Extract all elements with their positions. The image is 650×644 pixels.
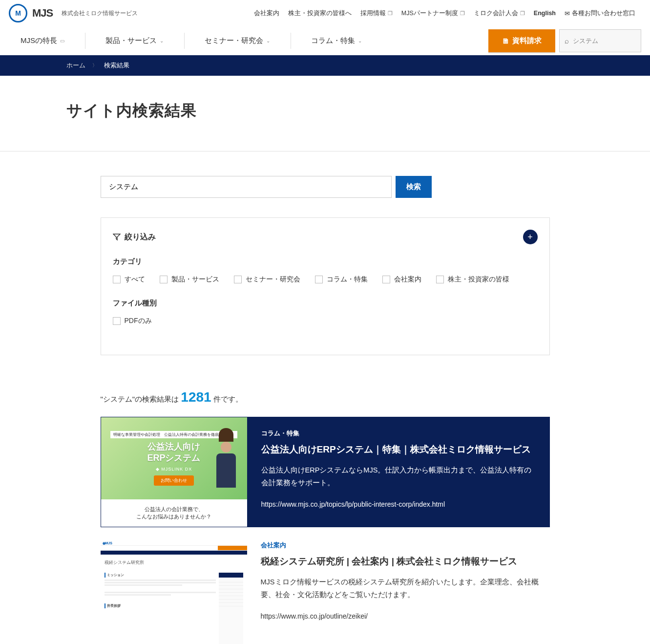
- nav-seminars[interactable]: セミナー・研究会⌄: [184, 26, 291, 55]
- external-icon: ❐: [460, 10, 465, 17]
- check-all[interactable]: すべて: [113, 275, 145, 284]
- result-body: 会社案内 税経システム研究所 | 会社案内 | 株式会社ミロク情報サービス MJ…: [247, 541, 550, 644]
- breadcrumb-home[interactable]: ホーム: [66, 61, 85, 70]
- checkbox-icon: [160, 276, 168, 283]
- chevron-right-icon: 〉: [92, 62, 97, 69]
- external-icon: ❐: [388, 10, 393, 17]
- result-title: 公益法人向けERPシステム｜特集｜株式会社ミロク情報サービス: [261, 443, 536, 457]
- checkbox-icon: [234, 276, 242, 283]
- filter-categories: すべて 製品・サービス セミナー・研究会 コラム・特集 会社案内 株主・投資家の…: [113, 275, 538, 284]
- checkbox-icon: [436, 276, 444, 283]
- result-card[interactable]: ◉MJS 税経システム研究所 ミッション 所長挨拶: [101, 541, 550, 644]
- plus-icon: +: [527, 232, 533, 242]
- chevron-down-icon: ⌄: [358, 38, 362, 43]
- check-products[interactable]: 製品・サービス: [160, 275, 219, 284]
- toplink-meeting[interactable]: ミロク会計人会❐: [474, 9, 525, 18]
- nav-products[interactable]: 製品・サービス⌄: [85, 26, 184, 55]
- result-description: MJSミロク情報サービスの税経システム研究所を紹介いたします。企業理念、会社概要…: [261, 576, 550, 602]
- mail-icon: ✉: [565, 10, 570, 17]
- check-pdf-only[interactable]: PDFのみ: [113, 317, 152, 325]
- result-thumbnail: 明確な事業管理や会計処理 公益法人特有の会計業務を徹底サポート 公益法人向けER…: [101, 417, 248, 527]
- external-icon: ❐: [520, 10, 525, 17]
- top-links: 会社案内 株主・投資家の皆様へ 採用情報❐ MJSパートナー制度❐ ミロク会計人…: [254, 9, 635, 18]
- toplink-investors[interactable]: 株主・投資家の皆様へ: [288, 9, 352, 18]
- header-top: M MJS 株式会社ミロク情報サービス 会社案内 株主・投資家の皆様へ 採用情報…: [0, 0, 650, 26]
- nav-columns[interactable]: コラム・特集⌄: [291, 26, 382, 55]
- result-thumbnail: ◉MJS 税経システム研究所 ミッション 所長挨拶: [101, 541, 247, 644]
- filter-filetype-label: ファイル種別: [113, 299, 538, 308]
- result-category: 会社案内: [261, 541, 550, 550]
- result-description: 公益法人向けERPシステムならMJS。仕訳入力から帳票出力まで、公益法人特有の会…: [261, 464, 536, 490]
- main-nav: MJSの特長▭ 製品・サービス⌄ セミナー・研究会⌄ コラム・特集⌄ 🗎資料請求…: [0, 26, 650, 55]
- header-search-input[interactable]: [572, 32, 636, 49]
- search-icon: ⌕: [565, 37, 569, 45]
- result-category: コラム・特集: [261, 429, 536, 438]
- search-input[interactable]: [101, 176, 392, 198]
- filter-title: 絞り込み: [113, 232, 156, 242]
- breadcrumb-bar: ホーム 〉 検索結果: [0, 55, 650, 76]
- check-about[interactable]: 会社案内: [382, 275, 421, 284]
- expand-button[interactable]: +: [523, 230, 538, 244]
- filter-header: 絞り込み +: [113, 230, 538, 244]
- nav-features[interactable]: MJSの特長▭: [0, 26, 85, 55]
- filter-filetypes: PDFのみ: [113, 317, 538, 325]
- window-icon: ▭: [60, 38, 64, 43]
- result-count: "システム"の検索結果は 1281 件です。: [101, 389, 550, 405]
- result-card[interactable]: 明確な事業管理や会計処理 公益法人特有の会計業務を徹底サポート 公益法人向けER…: [101, 417, 550, 527]
- toplink-english[interactable]: English: [534, 10, 556, 17]
- search-button[interactable]: 検索: [396, 176, 432, 198]
- header-search[interactable]: ⌕: [559, 29, 641, 52]
- chevron-down-icon: ⌄: [266, 38, 270, 43]
- chevron-down-icon: ⌄: [160, 38, 164, 43]
- filter-category-label: カテゴリ: [113, 257, 538, 266]
- toplink-partner[interactable]: MJSパートナー制度❐: [401, 9, 465, 18]
- toplink-recruit[interactable]: 採用情報❐: [360, 9, 393, 18]
- check-columns[interactable]: コラム・特集: [315, 275, 368, 284]
- check-seminars[interactable]: セミナー・研究会: [234, 275, 300, 284]
- page-title-wrap: サイト内検索結果: [57, 76, 594, 151]
- toplink-contact[interactable]: ✉各種お問い合わせ窓口: [565, 9, 635, 18]
- filter-panel: 絞り込み + カテゴリ すべて 製品・サービス セミナー・研究会 コラム・特集 …: [101, 217, 550, 355]
- breadcrumb: ホーム 〉 検索結果: [57, 61, 594, 70]
- logo-text: MJS: [32, 7, 53, 20]
- breadcrumb-current: 検索結果: [104, 61, 129, 70]
- result-body: コラム・特集 公益法人向けERPシステム｜特集｜株式会社ミロク情報サービス 公益…: [248, 417, 549, 527]
- checkbox-icon: [315, 276, 323, 283]
- result-url: https://www.mjs.co.jp/outline/zeikei/: [261, 612, 550, 620]
- search-row: 検索: [101, 176, 550, 198]
- request-docs-button[interactable]: 🗎資料請求: [488, 29, 555, 52]
- filter-icon: [113, 233, 121, 241]
- toplink-about[interactable]: 会社案内: [254, 9, 279, 18]
- checkbox-icon: [113, 317, 121, 325]
- result-count-number: 1281: [181, 389, 211, 405]
- result-title: 税経システム研究所 | 会社案内 | 株式会社ミロク情報サービス: [261, 555, 550, 569]
- result-url: https://www.mjs.co.jp/topics/lp/public-i…: [261, 500, 536, 508]
- document-icon: 🗎: [502, 37, 509, 45]
- checkbox-icon: [382, 276, 390, 283]
- checkbox-icon: [113, 276, 121, 283]
- person-illustration: [209, 441, 243, 499]
- logo-icon: M: [9, 4, 27, 22]
- page-title: サイト内検索結果: [66, 100, 584, 122]
- content: 検索 絞り込み + カテゴリ すべて 製品・サービス セミナー・研究会 コラム・…: [91, 151, 560, 644]
- logo-area[interactable]: M MJS 株式会社ミロク情報サービス: [9, 4, 138, 22]
- company-name: 株式会社ミロク情報サービス: [62, 9, 138, 18]
- check-investors[interactable]: 株主・投資家の皆様: [436, 275, 509, 284]
